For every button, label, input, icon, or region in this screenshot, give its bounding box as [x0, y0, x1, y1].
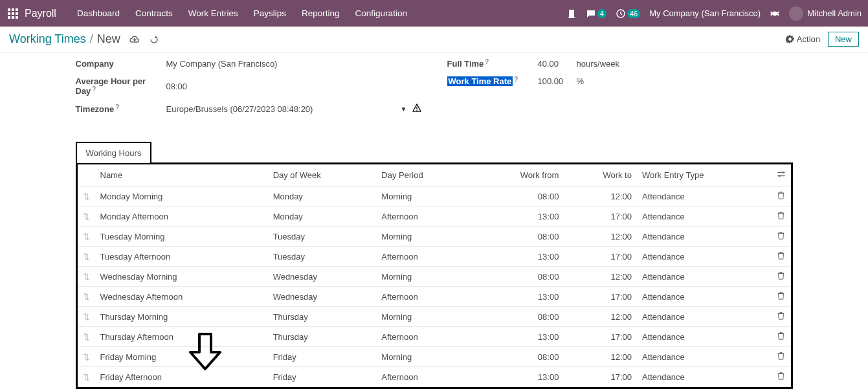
company-switcher[interactable]: My Company (San Francisco) — [649, 8, 761, 18]
delete-row-icon[interactable] — [772, 227, 791, 247]
nav-configuration[interactable]: Configuration — [348, 2, 415, 25]
cell-to[interactable]: 17:00 — [564, 247, 637, 267]
timezone-value[interactable]: Europe/Brussels (06/27/2023 08:48:20) — [166, 104, 313, 114]
cell-dow[interactable]: Monday — [268, 186, 377, 207]
delete-row-icon[interactable] — [772, 307, 791, 327]
workrate-value[interactable]: 100.00 — [538, 76, 565, 86]
nav-contracts[interactable]: Contracts — [128, 2, 181, 25]
cell-name[interactable]: Tuesday Afternoon — [95, 247, 268, 267]
col-to[interactable]: Work to — [564, 164, 637, 186]
cell-dow[interactable]: Thursday — [268, 327, 377, 347]
drag-handle-icon[interactable]: ⇅ — [78, 247, 95, 267]
cell-entry[interactable]: Attendance — [637, 367, 772, 387]
delete-row-icon[interactable] — [772, 247, 791, 267]
cell-dow[interactable]: Wednesday — [268, 287, 377, 307]
building-icon[interactable] — [566, 8, 577, 19]
cell-from[interactable]: 08:00 — [473, 186, 564, 207]
cell-name[interactable]: Tuesday Morning — [95, 227, 268, 247]
cell-name[interactable]: Monday Afternoon — [95, 207, 268, 227]
table-row[interactable]: ⇅Tuesday AfternoonTuesdayAfternoon13:001… — [78, 247, 791, 267]
breadcrumb-root[interactable]: Working Times — [9, 32, 86, 46]
drag-handle-icon[interactable]: ⇅ — [78, 267, 95, 287]
user-menu[interactable]: Mitchell Admin — [789, 6, 862, 21]
cell-to[interactable]: 17:00 — [564, 287, 637, 307]
cell-dow[interactable]: Thursday — [268, 307, 377, 327]
avg-hour-value[interactable]: 08:00 — [166, 82, 421, 91]
nav-work-entries[interactable]: Work Entries — [181, 2, 246, 25]
col-from[interactable]: Work from — [473, 164, 564, 186]
table-row[interactable]: ⇅Monday AfternoonMondayAfternoon13:0017:… — [78, 207, 791, 227]
cell-period[interactable]: Morning — [376, 347, 473, 367]
delete-row-icon[interactable] — [772, 367, 791, 387]
drag-handle-icon[interactable]: ⇅ — [78, 307, 95, 327]
delete-row-icon[interactable] — [772, 347, 791, 367]
cell-period[interactable]: Afternoon — [376, 207, 473, 227]
cell-from[interactable]: 13:00 — [473, 207, 564, 227]
cloud-save-icon[interactable] — [129, 34, 140, 45]
chevron-down-icon[interactable]: ▼ — [401, 106, 407, 113]
cell-name[interactable]: Monday Morning — [95, 186, 268, 207]
cell-entry[interactable]: Attendance — [637, 307, 772, 327]
discard-icon[interactable] — [149, 34, 159, 45]
cell-to[interactable]: 12:00 — [564, 186, 637, 207]
cell-entry[interactable]: Attendance — [637, 247, 772, 267]
cell-entry[interactable]: Attendance — [637, 287, 772, 307]
drag-handle-icon[interactable]: ⇅ — [78, 327, 95, 347]
cell-entry[interactable]: Attendance — [637, 227, 772, 247]
drag-handle-icon[interactable]: ⇅ — [78, 347, 95, 367]
table-row[interactable]: ⇅Monday MorningMondayMorning08:0012:00At… — [78, 186, 791, 207]
table-row[interactable]: ⇅Wednesday AfternoonWednesdayAfternoon13… — [78, 287, 791, 307]
table-row[interactable]: ⇅Friday MorningFridayMorning08:0012:00At… — [78, 347, 791, 367]
delete-row-icon[interactable] — [772, 327, 791, 347]
col-period[interactable]: Day Period — [376, 164, 473, 186]
apps-icon[interactable] — [8, 8, 18, 19]
cell-dow[interactable]: Friday — [268, 367, 377, 387]
cell-from[interactable]: 08:00 — [473, 227, 564, 247]
delete-row-icon[interactable] — [772, 186, 791, 207]
warning-icon[interactable] — [412, 104, 421, 115]
cell-period[interactable]: Afternoon — [376, 367, 473, 387]
cell-name[interactable]: Friday Morning — [95, 347, 268, 367]
drag-handle-icon[interactable]: ⇅ — [78, 207, 95, 227]
nav-reporting[interactable]: Reporting — [294, 2, 348, 25]
cell-entry[interactable]: Attendance — [637, 186, 772, 207]
drag-handle-icon[interactable]: ⇅ — [78, 186, 95, 207]
nav-dashboard[interactable]: Dashboard — [69, 2, 128, 25]
cell-to[interactable]: 17:00 — [564, 367, 637, 387]
activities-icon[interactable]: 46 — [616, 8, 640, 19]
cell-from[interactable]: 08:00 — [473, 267, 564, 287]
delete-row-icon[interactable] — [772, 287, 791, 307]
messages-icon[interactable]: 4 — [586, 8, 606, 19]
company-value[interactable]: My Company (San Francisco) — [166, 59, 421, 69]
cell-dow[interactable]: Monday — [268, 207, 377, 227]
cell-period[interactable]: Afternoon — [376, 287, 473, 307]
cell-from[interactable]: 08:00 — [473, 347, 564, 367]
cell-period[interactable]: Morning — [376, 227, 473, 247]
table-row[interactable]: ⇅Wednesday MorningWednesdayMorning08:001… — [78, 267, 791, 287]
cell-from[interactable]: 13:00 — [473, 367, 564, 387]
cell-dow[interactable]: Tuesday — [268, 247, 377, 267]
cell-from[interactable]: 13:00 — [473, 287, 564, 307]
action-dropdown[interactable]: Action — [786, 34, 820, 44]
col-entry[interactable]: Work Entry Type — [637, 164, 772, 186]
col-name[interactable]: Name — [95, 164, 268, 186]
cell-period[interactable]: Morning — [376, 307, 473, 327]
cell-entry[interactable]: Attendance — [637, 207, 772, 227]
cell-period[interactable]: Afternoon — [376, 247, 473, 267]
cell-entry[interactable]: Attendance — [637, 327, 772, 347]
cell-period[interactable]: Morning — [376, 267, 473, 287]
cell-period[interactable]: Morning — [376, 186, 473, 207]
cell-to[interactable]: 12:00 — [564, 267, 637, 287]
cell-to[interactable]: 12:00 — [564, 227, 637, 247]
table-row[interactable]: ⇅Tuesday MorningTuesdayMorning08:0012:00… — [78, 227, 791, 247]
cell-name[interactable]: Friday Afternoon — [95, 367, 268, 387]
drag-handle-icon[interactable]: ⇅ — [78, 367, 95, 387]
cell-from[interactable]: 13:00 — [473, 327, 564, 347]
cell-from[interactable]: 13:00 — [473, 247, 564, 267]
cell-period[interactable]: Afternoon — [376, 327, 473, 347]
brand-label[interactable]: Payroll — [25, 8, 56, 19]
fulltime-value[interactable]: 40.00 — [538, 59, 565, 69]
tab-working-hours[interactable]: Working Hours — [76, 142, 152, 164]
cell-to[interactable]: 12:00 — [564, 347, 637, 367]
col-optional[interactable] — [772, 164, 791, 186]
